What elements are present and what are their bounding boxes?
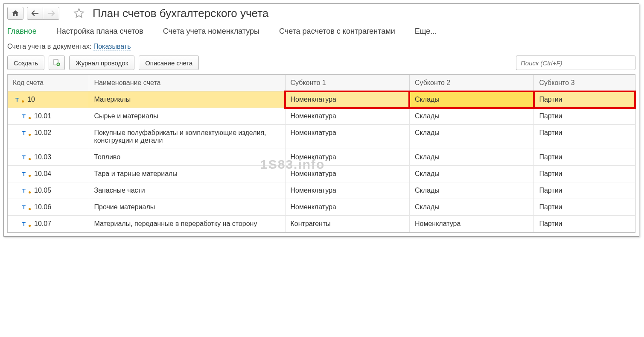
filter-line: Счета учета в документах: Показывать: [4, 40, 639, 53]
table-row[interactable]: T10.06Прочие материалыНоменклатураСклады…: [8, 199, 635, 216]
cell-subkonto3: Партии: [534, 166, 635, 182]
table-row[interactable]: T10.04Тара и тарные материалыНоменклатур…: [8, 166, 635, 182]
tab-plan-setup[interactable]: Настройка плана счетов: [56, 27, 143, 36]
cell-code-text: 10: [27, 96, 35, 103]
app-window: План счетов бухгалтерского учета Главное…: [3, 3, 639, 237]
cell-subkonto2: Склады: [409, 125, 533, 149]
cell-subkonto1: Номенклатура: [285, 166, 409, 182]
cell-name: Прочие материалы: [89, 199, 285, 216]
nav-back-forward: [27, 7, 59, 20]
cell-subkonto2: Склады: [409, 91, 533, 108]
cell-subkonto3: Партии: [534, 182, 635, 199]
home-button[interactable]: [7, 7, 23, 20]
col-subkonto2[interactable]: Субконто 2: [409, 75, 533, 91]
cell-subkonto2: Склады: [409, 182, 533, 199]
cell-code-text: 10.03: [34, 153, 51, 161]
cell-subkonto1: Номенклатура: [285, 125, 409, 149]
table-row[interactable]: T10.02Покупные полуфабрикаты и комплекту…: [8, 125, 635, 149]
filter-link[interactable]: Показывать: [93, 43, 131, 50]
cell-subkonto1: Номенклатура: [285, 199, 409, 216]
cell-subkonto2: Склады: [409, 166, 533, 182]
accounts-grid: Код счета Наименование счета Субконто 1 …: [7, 74, 635, 233]
back-button[interactable]: [27, 7, 43, 20]
account-type-icon: T: [22, 188, 30, 194]
cell-code-text: 10.02: [34, 129, 51, 136]
col-code[interactable]: Код счета: [8, 75, 89, 91]
cell-code: T10.01: [8, 108, 89, 125]
table-row[interactable]: T10МатериалыНоменклатураСкладыПартии: [8, 91, 635, 108]
account-type-icon: T: [15, 97, 23, 103]
arrow-right-icon: [47, 10, 55, 16]
cell-subkonto1: Номенклатура: [285, 91, 409, 108]
account-type-icon: T: [22, 171, 30, 177]
col-subkonto1[interactable]: Субконто 1: [285, 75, 409, 91]
cell-subkonto2: Номенклатура: [409, 216, 533, 232]
filter-label: Счета учета в документах:: [7, 43, 93, 50]
account-type-icon: T: [22, 221, 30, 227]
table-row[interactable]: T10.07Материалы, переданные в переработк…: [8, 216, 635, 232]
account-type-icon: T: [22, 154, 30, 161]
create-button[interactable]: Создать: [7, 56, 44, 70]
document-add-icon: [53, 59, 61, 67]
create-copy-button[interactable]: [49, 56, 65, 70]
tab-main[interactable]: Главное: [7, 27, 37, 36]
col-name[interactable]: Наименование счета: [89, 75, 285, 91]
tab-nomenclature[interactable]: Счета учета номенклатуры: [163, 27, 259, 36]
home-icon: [12, 10, 19, 17]
cell-subkonto2: Склады: [409, 199, 533, 216]
table-row[interactable]: T10.01Сырье и материалыНоменклатураСклад…: [8, 108, 635, 125]
cell-code-text: 10.01: [34, 112, 51, 120]
journal-button[interactable]: Журнал проводок: [69, 56, 134, 70]
command-tabs: Главное Настройка плана счетов Счета уче…: [4, 23, 639, 40]
page-title: План счетов бухгалтерского учета: [93, 7, 268, 20]
toolbar: Создать Журнал проводок Описание счета: [4, 53, 639, 74]
titlebar: План счетов бухгалтерского учета: [4, 4, 639, 23]
cell-code: T10.02: [8, 125, 89, 149]
cell-subkonto2: Склады: [409, 149, 533, 166]
cell-subkonto1: Номенклатура: [285, 108, 409, 125]
cell-subkonto3: Партии: [534, 149, 635, 166]
col-subkonto3[interactable]: Субконто 3: [534, 75, 635, 91]
description-button[interactable]: Описание счета: [139, 56, 199, 70]
account-type-icon: T: [22, 204, 30, 211]
account-type-icon: T: [22, 113, 30, 120]
cell-subkonto1: Номенклатура: [285, 182, 409, 199]
cell-subkonto3: Партии: [534, 108, 635, 125]
search-input[interactable]: [516, 56, 635, 70]
cell-subkonto3: Партии: [534, 91, 635, 108]
cell-subkonto1: Контрагенты: [285, 216, 409, 232]
cell-subkonto3: Партии: [534, 216, 635, 232]
table-row[interactable]: T10.03ТопливоНоменклатураСкладыПартии: [8, 149, 635, 166]
cell-name: Запасные части: [89, 182, 285, 199]
cell-name: Тара и тарные материалы: [89, 166, 285, 182]
cell-code-text: 10.04: [34, 170, 51, 177]
cell-subkonto1: Номенклатура: [285, 149, 409, 166]
cell-code: T10.03: [8, 149, 89, 166]
cell-name: Материалы: [89, 91, 285, 108]
cell-code-text: 10.07: [34, 220, 51, 227]
cell-subkonto2: Склады: [409, 108, 533, 125]
favorite-star-icon[interactable]: [71, 6, 87, 20]
cell-code-text: 10.06: [34, 203, 51, 211]
cell-code: T10: [8, 91, 89, 108]
cell-name: Покупные полуфабрикаты и комплектующие и…: [89, 125, 285, 149]
cell-name: Сырье и материалы: [89, 108, 285, 125]
cell-code: T10.07: [8, 216, 89, 232]
cell-subkonto3: Партии: [534, 125, 635, 149]
tab-contragents[interactable]: Счета расчетов с контрагентами: [279, 27, 395, 36]
forward-button[interactable]: [43, 7, 59, 20]
cell-name: Материалы, переданные в переработку на с…: [89, 216, 285, 232]
tab-more[interactable]: Еще...: [415, 27, 437, 36]
account-type-icon: T: [22, 130, 30, 136]
cell-code: T10.05: [8, 182, 89, 199]
cell-code-text: 10.05: [34, 187, 51, 194]
table-row[interactable]: T10.05Запасные частиНоменклатураСкладыПа…: [8, 182, 635, 199]
header-row: Код счета Наименование счета Субконто 1 …: [8, 75, 635, 91]
arrow-left-icon: [31, 10, 39, 16]
cell-name: Топливо: [89, 149, 285, 166]
cell-subkonto3: Партии: [534, 199, 635, 216]
cell-code: T10.06: [8, 199, 89, 216]
cell-code: T10.04: [8, 166, 89, 182]
